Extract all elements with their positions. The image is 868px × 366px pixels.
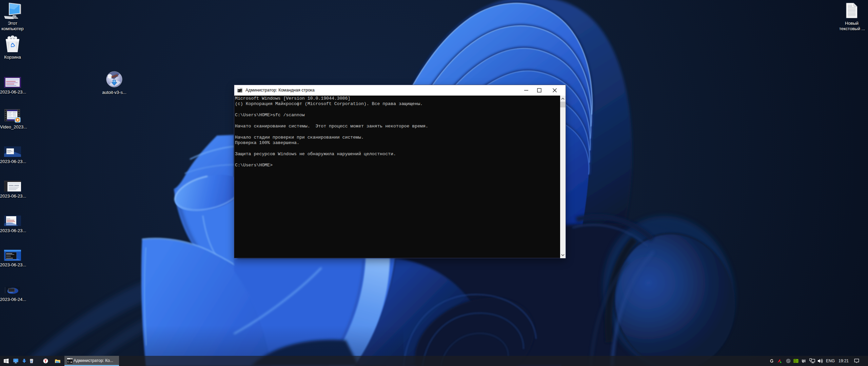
svg-text:C:\: C:\ bbox=[67, 360, 73, 363]
svg-text:C:\: C:\ bbox=[238, 89, 242, 92]
